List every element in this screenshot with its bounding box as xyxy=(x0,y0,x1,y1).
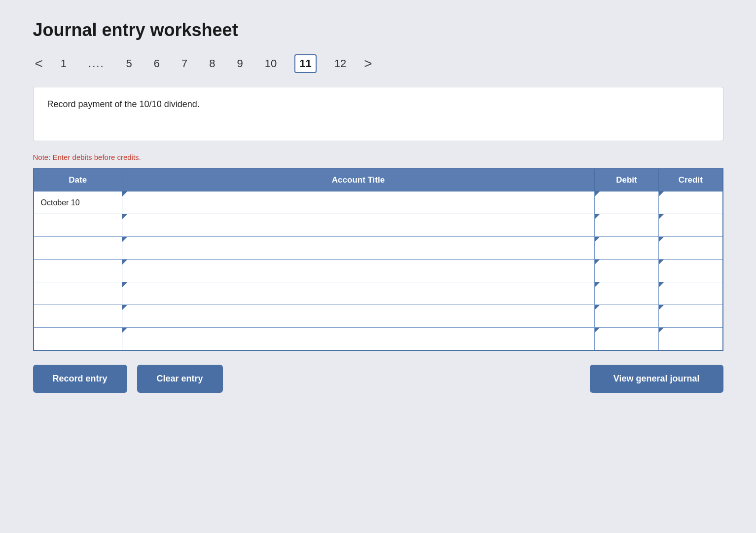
debit-cell-6[interactable] xyxy=(595,305,659,328)
triangle-icon-1 xyxy=(122,191,127,196)
debit-cell-1[interactable] xyxy=(595,191,659,214)
account-cell-5[interactable] xyxy=(122,282,595,305)
triangle-debit-5 xyxy=(595,282,600,287)
credit-input-5[interactable] xyxy=(659,282,722,305)
table-row xyxy=(34,328,723,350)
table-row: October 10 xyxy=(34,191,723,214)
page-title: Journal entry worksheet xyxy=(33,20,723,40)
debit-input-1[interactable] xyxy=(595,191,658,214)
account-input-4[interactable] xyxy=(122,260,594,282)
triangle-credit-2 xyxy=(659,214,664,219)
triangle-debit-6 xyxy=(595,305,600,310)
button-row: Record entry Clear entry View general jo… xyxy=(33,365,723,393)
triangle-icon-4 xyxy=(122,260,127,265)
page-num-12[interactable]: 12 xyxy=(330,55,350,72)
date-cell-3 xyxy=(34,237,122,260)
account-input-2[interactable] xyxy=(122,214,594,236)
debit-input-4[interactable] xyxy=(595,260,658,282)
header-debit: Debit xyxy=(595,169,659,191)
debit-cell-3[interactable] xyxy=(595,237,659,260)
date-cell-4 xyxy=(34,260,122,282)
table-row xyxy=(34,237,723,260)
triangle-debit-3 xyxy=(595,237,600,242)
page-num-10[interactable]: 10 xyxy=(261,55,281,72)
page-num-9[interactable]: 9 xyxy=(233,55,247,72)
account-input-3[interactable] xyxy=(122,237,594,259)
header-credit: Credit xyxy=(659,169,723,191)
account-input-1[interactable] xyxy=(122,191,594,214)
page-num-8[interactable]: 8 xyxy=(205,55,219,72)
triangle-credit-4 xyxy=(659,260,664,265)
account-cell-1[interactable] xyxy=(122,191,595,214)
prev-page-button[interactable]: < xyxy=(35,57,43,71)
page-num-1[interactable]: 1 xyxy=(57,55,71,72)
pagination-bar: < 1 .... 5 6 7 8 9 10 11 12 > xyxy=(33,54,723,73)
credit-cell-7[interactable] xyxy=(659,328,723,350)
credit-input-6[interactable] xyxy=(659,305,722,327)
debit-cell-5[interactable] xyxy=(595,282,659,305)
credit-cell-6[interactable] xyxy=(659,305,723,328)
record-entry-button[interactable]: Record entry xyxy=(33,365,127,393)
page-num-11[interactable]: 11 xyxy=(294,54,316,73)
table-row xyxy=(34,214,723,237)
date-cell-7 xyxy=(34,328,122,350)
next-page-button[interactable]: > xyxy=(364,57,372,71)
credit-input-1[interactable] xyxy=(659,191,722,214)
triangle-credit-5 xyxy=(659,282,664,287)
debit-input-2[interactable] xyxy=(595,214,658,236)
page-num-5[interactable]: 5 xyxy=(122,55,136,72)
debit-input-3[interactable] xyxy=(595,237,658,259)
page-num-7[interactable]: 7 xyxy=(178,55,191,72)
description-box: Record payment of the 10/10 dividend. xyxy=(33,87,723,141)
debit-input-6[interactable] xyxy=(595,305,658,327)
credit-input-2[interactable] xyxy=(659,214,722,236)
date-value-1: October 10 xyxy=(41,198,80,207)
date-cell-1: October 10 xyxy=(34,191,122,214)
header-account-title: Account Title xyxy=(122,169,595,191)
account-cell-4[interactable] xyxy=(122,260,595,282)
triangle-icon-7 xyxy=(122,328,127,333)
triangle-icon-3 xyxy=(122,237,127,242)
table-row xyxy=(34,282,723,305)
account-cell-3[interactable] xyxy=(122,237,595,260)
view-general-journal-button[interactable]: View general journal xyxy=(590,365,723,393)
debit-input-5[interactable] xyxy=(595,282,658,305)
debit-cell-2[interactable] xyxy=(595,214,659,237)
journal-table: Date Account Title Debit Credit October … xyxy=(33,168,723,351)
table-row xyxy=(34,305,723,328)
credit-input-3[interactable] xyxy=(659,237,722,259)
description-text: Record payment of the 10/10 dividend. xyxy=(47,99,200,109)
account-cell-2[interactable] xyxy=(122,214,595,237)
credit-cell-1[interactable] xyxy=(659,191,723,214)
date-cell-2 xyxy=(34,214,122,237)
account-input-7[interactable] xyxy=(122,328,594,350)
page-num-6[interactable]: 6 xyxy=(150,55,164,72)
triangle-debit-7 xyxy=(595,328,600,333)
account-input-5[interactable] xyxy=(122,282,594,305)
triangle-credit-3 xyxy=(659,237,664,242)
credit-cell-5[interactable] xyxy=(659,282,723,305)
triangle-debit-1 xyxy=(595,191,600,196)
triangle-icon-5 xyxy=(122,282,127,287)
credit-cell-4[interactable] xyxy=(659,260,723,282)
account-cell-6[interactable] xyxy=(122,305,595,328)
credit-input-7[interactable] xyxy=(659,328,722,350)
debit-input-7[interactable] xyxy=(595,328,658,350)
credit-cell-2[interactable] xyxy=(659,214,723,237)
debit-cell-7[interactable] xyxy=(595,328,659,350)
clear-entry-button[interactable]: Clear entry xyxy=(137,365,223,393)
triangle-credit-1 xyxy=(659,191,664,196)
debit-cell-4[interactable] xyxy=(595,260,659,282)
account-input-6[interactable] xyxy=(122,305,594,327)
triangle-credit-7 xyxy=(659,328,664,333)
date-cell-6 xyxy=(34,305,122,328)
account-cell-7[interactable] xyxy=(122,328,595,350)
triangle-icon-6 xyxy=(122,305,127,310)
credit-cell-3[interactable] xyxy=(659,237,723,260)
main-container: Journal entry worksheet < 1 .... 5 6 7 8… xyxy=(33,20,723,393)
credit-input-4[interactable] xyxy=(659,260,722,282)
triangle-icon-2 xyxy=(122,214,127,219)
page-num-dots: .... xyxy=(84,55,108,72)
note-text: Note: Enter debits before credits. xyxy=(33,153,723,161)
table-row xyxy=(34,260,723,282)
